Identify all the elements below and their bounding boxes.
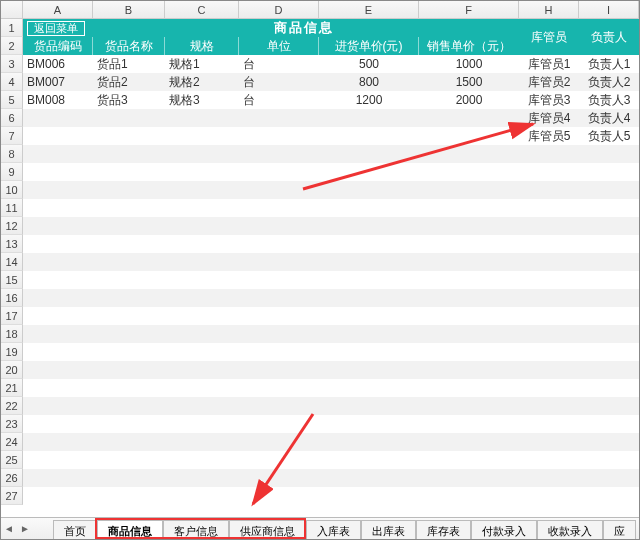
cell[interactable]: [519, 415, 579, 433]
cell[interactable]: [93, 163, 165, 181]
cell[interactable]: [23, 181, 93, 199]
cell[interactable]: [519, 307, 579, 325]
cell[interactable]: [319, 235, 419, 253]
cell[interactable]: [23, 379, 93, 397]
cell[interactable]: [579, 271, 639, 289]
cell[interactable]: [579, 397, 639, 415]
cell[interactable]: [239, 163, 319, 181]
cell[interactable]: [419, 415, 519, 433]
table-row[interactable]: BM008货品3规格3台12002000库管员3负责人3: [23, 91, 639, 109]
cell[interactable]: [319, 451, 419, 469]
cell[interactable]: 规格2: [165, 73, 239, 91]
cell[interactable]: [519, 325, 579, 343]
cell[interactable]: 800: [319, 73, 419, 91]
return-menu-button[interactable]: 返回菜单: [27, 21, 85, 36]
col-header-A[interactable]: A: [23, 1, 93, 18]
cell[interactable]: [93, 217, 165, 235]
row-header-24[interactable]: 24: [1, 433, 23, 451]
row-header-1[interactable]: 1: [1, 19, 23, 37]
col-header-B[interactable]: B: [93, 1, 165, 18]
cell[interactable]: 规格3: [165, 91, 239, 109]
cell[interactable]: [239, 397, 319, 415]
cell[interactable]: [519, 343, 579, 361]
cell[interactable]: [519, 217, 579, 235]
cell[interactable]: [165, 325, 239, 343]
cell[interactable]: [579, 415, 639, 433]
cell[interactable]: [165, 163, 239, 181]
cell[interactable]: [319, 397, 419, 415]
col-header-C[interactable]: C: [165, 1, 239, 18]
table-row[interactable]: [23, 451, 639, 469]
cell[interactable]: [239, 451, 319, 469]
cell[interactable]: [319, 163, 419, 181]
cell[interactable]: [419, 253, 519, 271]
table-row[interactable]: [23, 253, 639, 271]
table-row[interactable]: [23, 487, 639, 505]
sheet-tab[interactable]: 付款录入: [471, 520, 537, 540]
row-header-21[interactable]: 21: [1, 379, 23, 397]
table-row[interactable]: [23, 343, 639, 361]
cell[interactable]: [579, 451, 639, 469]
cell[interactable]: [519, 181, 579, 199]
cell[interactable]: [519, 361, 579, 379]
cell[interactable]: [319, 289, 419, 307]
row-header-3[interactable]: 3: [1, 55, 23, 73]
col-header-E[interactable]: E: [319, 1, 419, 18]
row-header-17[interactable]: 17: [1, 307, 23, 325]
cell[interactable]: [579, 487, 639, 505]
cell[interactable]: [93, 289, 165, 307]
sheet-tab[interactable]: 供应商信息: [229, 520, 306, 540]
cell[interactable]: [419, 217, 519, 235]
cell[interactable]: [239, 415, 319, 433]
cell[interactable]: [93, 397, 165, 415]
cell[interactable]: [239, 307, 319, 325]
cell[interactable]: [419, 325, 519, 343]
cell[interactable]: [239, 235, 319, 253]
grid-cells[interactable]: 返回菜单 商品信息 货品编码货品名称规格单位进货单价(元)销售单价（元） 库管员…: [23, 19, 639, 517]
cell[interactable]: [93, 109, 165, 127]
cell[interactable]: [419, 433, 519, 451]
cell[interactable]: [93, 379, 165, 397]
table-row[interactable]: [23, 199, 639, 217]
row-header-15[interactable]: 15: [1, 271, 23, 289]
cell[interactable]: [519, 487, 579, 505]
row-header-19[interactable]: 19: [1, 343, 23, 361]
cell[interactable]: [93, 325, 165, 343]
cell[interactable]: [93, 487, 165, 505]
cell[interactable]: 规格1: [165, 55, 239, 73]
table-row[interactable]: 库管员5负责人5: [23, 127, 639, 145]
cell[interactable]: [239, 127, 319, 145]
cell[interactable]: [239, 181, 319, 199]
cell[interactable]: [579, 217, 639, 235]
row-header-20[interactable]: 20: [1, 361, 23, 379]
cell[interactable]: [93, 271, 165, 289]
cell[interactable]: 1000: [419, 55, 519, 73]
cell[interactable]: [519, 145, 579, 163]
cell[interactable]: [165, 181, 239, 199]
table-row[interactable]: [23, 433, 639, 451]
table-row[interactable]: [23, 163, 639, 181]
cell[interactable]: [419, 235, 519, 253]
cell[interactable]: [319, 469, 419, 487]
cell[interactable]: 台: [239, 73, 319, 91]
cell[interactable]: [319, 253, 419, 271]
cell[interactable]: [93, 181, 165, 199]
cell[interactable]: [239, 271, 319, 289]
cell[interactable]: [519, 289, 579, 307]
cell[interactable]: [519, 379, 579, 397]
cell[interactable]: [579, 325, 639, 343]
cell[interactable]: 2000: [419, 91, 519, 109]
cell[interactable]: [239, 433, 319, 451]
table-row[interactable]: [23, 361, 639, 379]
row-header-14[interactable]: 14: [1, 253, 23, 271]
cell[interactable]: [23, 253, 93, 271]
cell[interactable]: [165, 343, 239, 361]
cell[interactable]: [319, 325, 419, 343]
cell[interactable]: 1500: [419, 73, 519, 91]
cell[interactable]: [239, 253, 319, 271]
cell[interactable]: [519, 397, 579, 415]
cell[interactable]: [23, 451, 93, 469]
cell[interactable]: [93, 145, 165, 163]
cell[interactable]: [579, 163, 639, 181]
cell[interactable]: [239, 145, 319, 163]
